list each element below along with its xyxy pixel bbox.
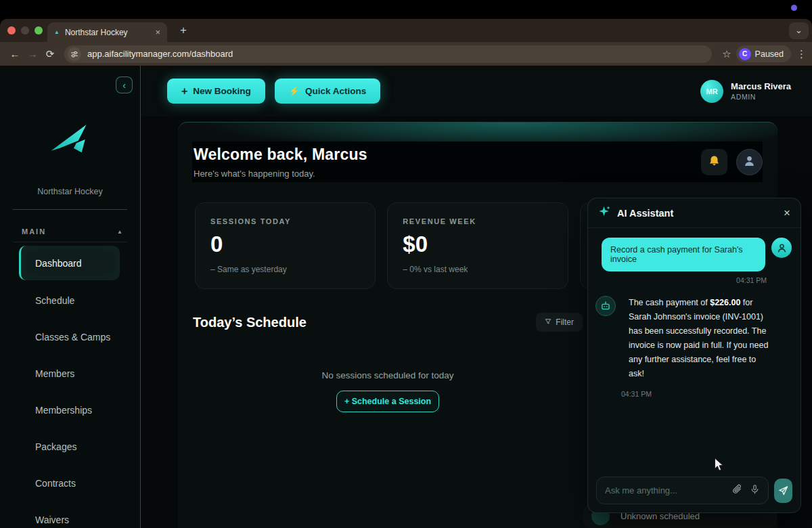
zoom-window-button[interactable] (35, 26, 43, 35)
user-menu[interactable]: MR Marcus Rivera ADMIN (700, 80, 791, 103)
ai-message-input[interactable] (605, 485, 724, 496)
tab-strip: ▲ Northstar Hockey × + ⌄ (0, 19, 812, 42)
sidebar-item-label: Memberships (35, 405, 92, 416)
screen: ▲ Northstar Hockey × + ⌄ ← → ⟳ app.aifac… (0, 0, 812, 528)
sidebar-item-schedule[interactable]: Schedule (0, 282, 140, 319)
sidebar-item-label: Dashboard (35, 258, 82, 269)
reload-button[interactable]: ⟳ (41, 48, 59, 60)
ai-assistant-panel: AI Assistant × Record a cash payment for… (587, 198, 801, 513)
close-window-button[interactable] (7, 26, 16, 35)
user-name: Marcus Rivera (731, 81, 791, 91)
address-bar[interactable]: app.aifacilitymanager.com/dashboard (64, 45, 712, 63)
schedule-title: Today’s Schedule (193, 315, 307, 330)
profile-button[interactable] (736, 149, 763, 175)
quick-actions-button[interactable]: ⚡ Quick Actions (275, 79, 381, 104)
person-icon (743, 154, 756, 170)
site-settings-icon[interactable] (68, 47, 81, 61)
schedule-empty-state: No sessions scheduled for today + Schedu… (193, 370, 583, 412)
ai-assistant-header: AI Assistant × (588, 198, 800, 228)
user-message-row: Record a cash payment for Sarah's invoic… (588, 228, 800, 271)
browser-toolbar: ← → ⟳ app.aifacilitymanager.com/dashboar… (0, 42, 812, 66)
stat-delta: – 0% vs last week (403, 265, 552, 274)
browser-tab[interactable]: ▲ Northstar Hockey × (47, 22, 167, 42)
page-subtitle: Here's what's happening today. (194, 169, 367, 179)
chat-user-avatar (771, 238, 792, 258)
tab-search-chevron-button[interactable]: ⌄ (789, 22, 809, 39)
welcome-banner: Welcome back, Marcus Here's what's happe… (192, 141, 763, 182)
sidebar-collapse-button[interactable]: ‹ (116, 76, 133, 93)
filter-button[interactable]: Filter (536, 313, 583, 332)
attachment-icon[interactable] (731, 484, 742, 498)
tab-close-icon[interactable]: × (155, 27, 160, 37)
section-underline (13, 242, 127, 242)
stat-card-sessions-today: SESSIONS TODAY 0 – Same as yesterday (195, 202, 376, 289)
sidebar-item-dashboard[interactable]: Dashboard (19, 246, 120, 280)
ai-input-wrapper (596, 477, 769, 504)
org-name: Northstar Hockey (0, 187, 140, 196)
sidebar-item-label: Contracts (35, 478, 76, 489)
page-title: Welcome back, Marcus (194, 146, 367, 164)
todays-schedule-section: Today’s Schedule Filter No sessions sche… (193, 312, 583, 412)
sidebar-divider (13, 209, 127, 210)
sidebar-item-classes-camps[interactable]: Classes & Camps (0, 319, 140, 355)
schedule-header: Today’s Schedule Filter (193, 312, 583, 332)
sparkle-icon (598, 205, 611, 221)
quick-actions-label: Quick Actions (305, 86, 366, 96)
window-controls (7, 26, 43, 35)
robot-icon (595, 296, 616, 316)
bot-message-post: for Sarah Johnson's invoice (INV-1001) h… (629, 298, 768, 378)
forward-button[interactable]: → (24, 48, 41, 60)
sidebar-item-contracts[interactable]: Contracts (0, 465, 140, 502)
tab-favicon-icon: ▲ (54, 29, 60, 35)
sidebar-item-label: Waivers (35, 514, 69, 525)
mouse-cursor (714, 458, 725, 475)
stat-label: REVENUE WEEK (403, 217, 552, 225)
bell-icon (708, 155, 720, 169)
sidebar-item-packages[interactable]: Packages (0, 428, 140, 465)
plus-icon: + (181, 85, 187, 97)
bookmark-star-icon[interactable]: ☆ (722, 48, 731, 60)
stat-card-revenue-week: REVENUE WEEK $0 – 0% vs last week (387, 202, 568, 289)
menubar-indicator-dot (791, 5, 797, 11)
app-topbar: + New Booking ⚡ Quick Actions MR Marcus … (141, 66, 812, 116)
stat-delta: – Same as yesterday (210, 265, 360, 274)
profile-paused-button[interactable]: C Paused (736, 45, 791, 62)
notifications-button[interactable] (701, 149, 727, 175)
close-icon[interactable]: × (784, 207, 790, 219)
back-button[interactable]: ← (6, 48, 24, 60)
minimize-window-button[interactable] (21, 26, 29, 35)
browser-menu-icon[interactable]: ⋮ (796, 48, 806, 60)
user-role: ADMIN (731, 93, 791, 101)
send-button[interactable] (774, 479, 792, 503)
browser-chrome: ▲ Northstar Hockey × + ⌄ ← → ⟳ app.aifac… (0, 19, 812, 66)
lightning-icon: ⚡ (289, 86, 300, 96)
tab-title: Northstar Hockey (65, 28, 150, 37)
bot-message-row: The cash payment of $226.00 for Sarah Jo… (588, 284, 800, 381)
sidebar-section-main[interactable]: MAIN ▲ (22, 224, 122, 239)
user-avatar: MR (700, 80, 723, 103)
sidebar-item-label: Classes & Camps (35, 332, 110, 343)
bot-message-text: The cash payment of $226.00 for Sarah Jo… (629, 296, 771, 381)
section-label: MAIN (22, 227, 46, 236)
filter-icon (545, 317, 551, 327)
user-message-time: 04:31 PM (588, 271, 800, 284)
bot-message-amount: $226.00 (710, 298, 740, 307)
new-tab-button[interactable]: + (176, 23, 191, 38)
section-collapse-icon[interactable]: ▲ (117, 229, 122, 235)
new-booking-label: New Booking (193, 86, 251, 96)
schedule-session-button[interactable]: + Schedule a Session (336, 391, 439, 412)
sidebar-item-memberships[interactable]: Memberships (0, 392, 140, 428)
sidebar-item-members[interactable]: Members (0, 355, 140, 392)
filter-label: Filter (556, 317, 574, 327)
bot-message-pre: The cash payment of (629, 298, 710, 307)
banner-actions (701, 149, 763, 175)
new-booking-button[interactable]: + New Booking (167, 79, 265, 104)
ai-assistant-title: AI Assistant (617, 208, 777, 219)
microphone-icon[interactable] (750, 484, 760, 498)
user-message-bubble: Record a cash payment for Sarah's invoic… (602, 238, 765, 271)
bot-message-time: 04:31 PM (588, 381, 800, 398)
url-text: app.aifacilitymanager.com/dashboard (87, 49, 233, 59)
sidebar: ‹ Northstar Hockey MAIN ▲ Dashboard (0, 66, 141, 528)
stat-value: $0 (403, 232, 552, 257)
sidebar-item-waivers[interactable]: Waivers (0, 502, 140, 528)
